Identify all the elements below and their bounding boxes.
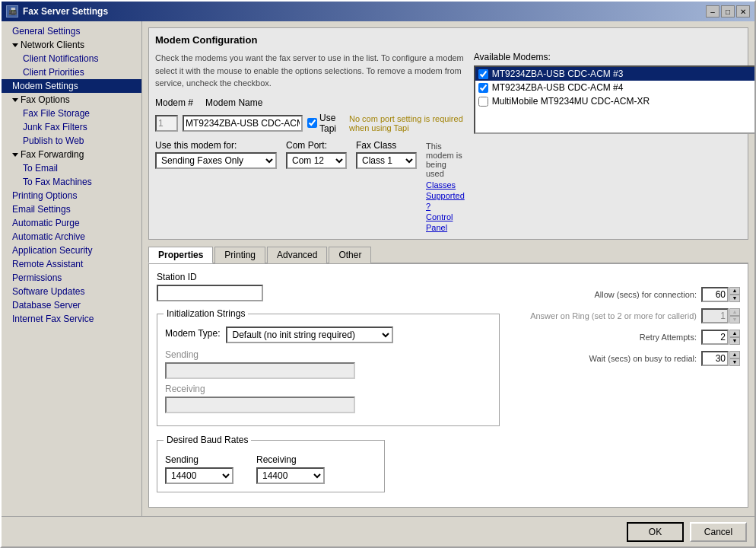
tabs-bar: Properties Printing Advanced Other [148, 246, 748, 264]
init-strings-title: Initialization Strings [164, 308, 248, 319]
modem-checkbox-3[interactable] [478, 97, 488, 107]
sidebar-item-remote-assistant[interactable]: Remote Assistant [2, 257, 141, 271]
tab-content-properties: Station ID Initialization Strings Modem … [148, 264, 748, 508]
retry-attempts-spinbox: ▲ ▼ [701, 330, 740, 345]
receiving-baud-col: Receiving 14400 9600 4800 2400 [256, 454, 325, 484]
allow-secs-input[interactable] [701, 287, 729, 302]
use-for-select[interactable]: Sending Faxes Only Receiving Faxes Only … [155, 152, 277, 169]
modem-number-input[interactable] [155, 115, 178, 132]
minimize-button[interactable]: – [706, 5, 719, 18]
sending-baud-label: Sending [165, 454, 233, 465]
allow-secs-spinbox: ▲ ▼ [701, 287, 740, 302]
app-icon: 📠 [6, 5, 18, 18]
receiving-baud-select[interactable]: 14400 9600 4800 2400 [256, 467, 325, 484]
answer-ring-up: ▲ [729, 308, 740, 316]
tab-other[interactable]: Other [329, 247, 371, 263]
tab-properties[interactable]: Properties [148, 247, 213, 263]
tab-printing[interactable]: Printing [214, 247, 265, 263]
window-title: Fax Server Settings [23, 6, 706, 17]
wait-secs-spinbox: ▲ ▼ [701, 351, 740, 366]
right-tab-col: Allow (secs) for connection: ▲ ▼ [530, 272, 740, 492]
modem-name-label: Modem Name [205, 97, 262, 108]
control-panel-link[interactable]: Control Panel [426, 212, 453, 232]
available-modems-label: Available Modems: [474, 52, 754, 62]
tabs-section: Properties Printing Advanced Other Stati… [148, 246, 748, 508]
sidebar-item-fax-file-storage[interactable]: Fax File Storage [2, 107, 141, 120]
wait-secs-input[interactable] [701, 351, 729, 366]
modem-checkbox-1[interactable] [478, 69, 488, 79]
allow-secs-label: Allow (secs) for connection: [530, 290, 697, 299]
modem-config-title: Modem Configuration [155, 34, 742, 46]
sidebar: General Settings Network Clients Client … [2, 21, 142, 516]
answer-ring-spinbox: ▲ ▼ [701, 308, 740, 323]
sidebar-item-to-email[interactable]: To Email [2, 161, 141, 175]
tapi-note: No com port setting is required when usi… [349, 114, 465, 132]
modem-number-row: Modem # Modem Name [155, 97, 465, 108]
sidebar-item-publish-to-web[interactable]: Publish to Web [2, 134, 141, 148]
classes-supported-link[interactable]: Classes Supported ? [426, 180, 465, 211]
wait-secs-down[interactable]: ▼ [729, 358, 740, 366]
modem-name-input[interactable] [183, 115, 303, 132]
sidebar-group-network-clients: Network Clients [2, 38, 141, 52]
being-used-text: This modem is being used [426, 142, 465, 178]
retry-attempts-down[interactable]: ▼ [729, 337, 740, 345]
receiving-init-input [165, 397, 355, 413]
init-strings-group: Initialization Strings Modem Type: Defau… [157, 314, 500, 426]
com-port-group: Com Port: Com 12 [286, 140, 347, 169]
available-modems-section: Available Modems: MT9234ZBA-USB CDC-ACM … [474, 52, 754, 233]
station-id-input[interactable] [157, 285, 263, 301]
wait-secs-row: Wait (secs) on busy to redial: ▲ ▼ [530, 351, 740, 366]
sidebar-item-database-server[interactable]: Database Server [2, 298, 141, 312]
sidebar-item-permissions[interactable]: Permissions [2, 271, 141, 285]
com-port-select[interactable]: Com 12 [286, 152, 347, 169]
retry-attempts-input[interactable] [701, 330, 729, 345]
sidebar-item-software-updates[interactable]: Software Updates [2, 285, 141, 298]
sidebar-item-email-settings[interactable]: Email Settings [2, 202, 141, 216]
maximize-button[interactable]: □ [721, 5, 735, 18]
sidebar-item-junk-fax-filters[interactable]: Junk Fax Filters [2, 120, 141, 134]
sidebar-item-application-security[interactable]: Application Security [2, 244, 141, 257]
main-window: 📠 Fax Server Settings – □ ✕ General Sett… [0, 0, 756, 548]
fax-class-select[interactable]: Class 1 Class 2 Class 2.0 [356, 152, 417, 169]
modem-item-3[interactable]: MultiMobile MT9234MU CDC-ACM-XR [475, 94, 754, 108]
left-tab-col: Station ID Initialization Strings Modem … [157, 272, 500, 492]
sending-init-input [165, 362, 355, 379]
modem-name-2: MT9234ZBA-USB CDC-ACM #4 [492, 82, 624, 93]
modem-checkbox-2[interactable] [478, 83, 488, 93]
sidebar-item-internet-fax-service[interactable]: Internet Fax Service [2, 312, 141, 326]
answer-ring-down: ▼ [729, 316, 740, 323]
sidebar-item-client-notifications[interactable]: Client Notifications [2, 52, 141, 65]
modem-item-1[interactable]: MT9234ZBA-USB CDC-ACM #3 [475, 67, 754, 81]
ok-button[interactable]: OK [627, 522, 684, 542]
receiving-baud-label: Receiving [256, 454, 325, 465]
use-tapi-check[interactable] [307, 118, 317, 128]
sidebar-item-modem-settings[interactable]: Modem Settings [2, 79, 141, 93]
fax-class-group: Fax Class Class 1 Class 2 Class 2.0 [356, 140, 417, 169]
modem-type-select[interactable]: Default (no init string required) Custom [226, 327, 393, 343]
modem-item-2[interactable]: MT9234ZBA-USB CDC-ACM #4 [475, 81, 754, 94]
sending-baud-select[interactable]: 14400 9600 4800 2400 [165, 467, 233, 484]
receiving-init-label: Receiving [165, 384, 491, 394]
station-id-label: Station ID [157, 272, 500, 282]
sidebar-item-automatic-purge[interactable]: Automatic Purge [2, 216, 141, 230]
modem-config-box: Modem Configuration Check the modems you… [148, 27, 748, 240]
cancel-button[interactable]: Cancel [690, 522, 747, 542]
sidebar-item-client-priorities[interactable]: Client Priorities [2, 65, 141, 79]
sidebar-item-printing-options[interactable]: Printing Options [2, 189, 141, 202]
close-button[interactable]: ✕ [736, 5, 750, 18]
sidebar-item-to-fax-machines[interactable]: To Fax Machines [2, 175, 141, 189]
sidebar-group-fax-options: Fax Options [2, 93, 141, 107]
retry-attempts-up[interactable]: ▲ [729, 330, 740, 337]
wait-secs-up[interactable]: ▲ [729, 351, 740, 358]
use-tapi-checkbox[interactable]: Use Tapi [307, 113, 338, 134]
wait-secs-spin-buttons: ▲ ▼ [729, 351, 740, 366]
sidebar-item-automatic-archive[interactable]: Automatic Archive [2, 230, 141, 244]
tab-advanced[interactable]: Advanced [267, 247, 327, 263]
title-bar: 📠 Fax Server Settings – □ ✕ [2, 2, 754, 21]
baud-rates-title: Desired Baud Rates [164, 435, 251, 445]
allow-secs-up[interactable]: ▲ [729, 287, 740, 295]
sidebar-item-general-settings[interactable]: General Settings [2, 24, 141, 38]
allow-secs-down[interactable]: ▼ [729, 295, 740, 302]
expand-icon [12, 98, 18, 102]
use-for-group: Use this modem for: Sending Faxes Only R… [155, 140, 277, 169]
